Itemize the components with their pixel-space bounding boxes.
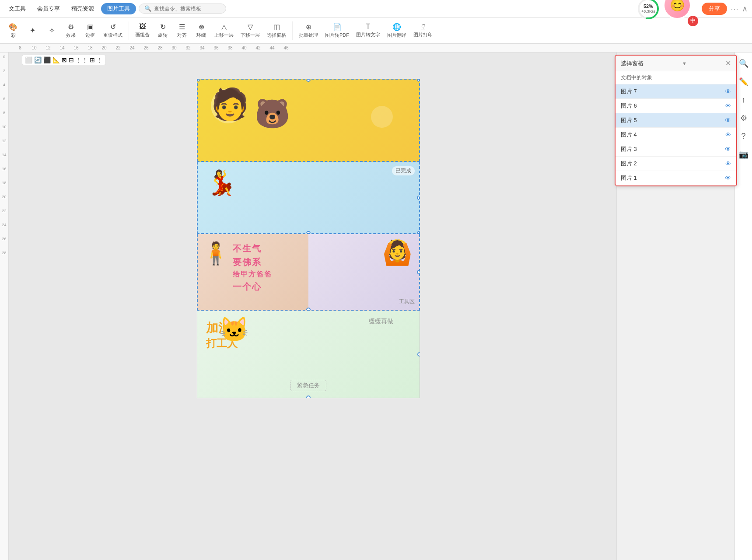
handle-bot-mid-2[interactable]	[306, 231, 311, 234]
batch-tool[interactable]: ⊕ 批量处理	[296, 21, 321, 40]
movedown-icon: ▽	[248, 23, 253, 31]
search-bar[interactable]: 🔍	[139, 4, 226, 14]
right-area: 选择窗格 ▼ ✕ 文档中的对象 图片 7 👁 图片 6 👁 图片 5 👁 图片 …	[616, 52, 752, 560]
selection-item-2[interactable]: 图片 2 👁	[616, 157, 736, 171]
ft-icon2[interactable]: 🔄	[34, 56, 42, 63]
tool-group-format: 🎨 彩 ✦ ✧ ⚙ 效果 ▣ 边框 ↺ 重设样式	[4, 21, 129, 40]
ft-icon5[interactable]: ⊠	[62, 56, 67, 63]
selection-panel-title: 选择窗格	[621, 60, 644, 67]
totext-tool[interactable]: T 图片转文字	[353, 21, 383, 39]
menu-imagetools[interactable]: 图片工具	[101, 3, 136, 14]
selection-item-5[interactable]: 图片 5 👁	[616, 113, 736, 128]
panel-close-button[interactable]: ✕	[725, 59, 731, 67]
movedown-tool[interactable]: ▽ 下移一层	[238, 21, 262, 40]
translate-tool[interactable]: 🌐 图片翻译	[385, 21, 409, 40]
more-icon[interactable]: ⋯	[731, 4, 738, 14]
spot2	[371, 106, 393, 128]
panel-1[interactable]: 🧑 🐻 ↻	[197, 79, 420, 162]
item-2-label: 图片 2	[621, 160, 637, 168]
effect-tool[interactable]: ⚙ 效果	[62, 21, 80, 40]
align-tool[interactable]: ☰ 对齐	[173, 21, 191, 40]
avatar-area: 😊 中	[663, 0, 698, 26]
rt-search-btn[interactable]: 🔍	[737, 57, 750, 70]
handle-top-right-1[interactable]	[417, 79, 420, 82]
handle-bm-4[interactable]	[306, 396, 311, 398]
item-2-eye[interactable]: 👁	[725, 160, 731, 167]
canvas-content: 🧑 🐻 ↻ 已完成 💃	[197, 79, 429, 398]
floating-toolbar: ⬜ 🔄 ⬛ 📐 ⊠ ⊟ ⋮⋮ ⊞ ⋮	[22, 55, 106, 65]
panel-dropdown-icon[interactable]: ▼	[682, 61, 687, 66]
rt-filter-btn[interactable]: ⚙	[738, 112, 749, 125]
expand-icon[interactable]: ∧	[742, 4, 748, 14]
menu-daoke[interactable]: 稻壳资源	[67, 3, 98, 14]
ft-icon3[interactable]: ⬛	[43, 56, 51, 63]
progress-circle: 52% +0.3K/s	[637, 0, 660, 20]
handle-right-mid-2[interactable]	[417, 196, 420, 200]
select-pane-tool[interactable]: ◫ 选择窗格	[264, 21, 289, 40]
item-4-label: 图片 4	[621, 131, 637, 139]
ft-icon4[interactable]: 📐	[52, 56, 60, 63]
item-7-eye[interactable]: 👁	[725, 88, 731, 95]
ft-icon1[interactable]: ⬜	[25, 56, 32, 63]
tag-wancheng: 已完成	[392, 166, 415, 175]
handle-rm-4[interactable]	[417, 352, 420, 357]
print-tool[interactable]: 🖨 图片打印	[411, 21, 435, 39]
star2-icon: ✧	[49, 26, 55, 35]
search-input[interactable]	[154, 6, 220, 12]
topdf-tool[interactable]: 📄 图片转PDF	[322, 21, 352, 40]
item-4-eye[interactable]: 👁	[725, 131, 731, 138]
selection-panel-header: 选择窗格 ▼ ✕	[616, 56, 736, 71]
item-3-eye[interactable]: 👁	[725, 146, 731, 153]
tag-huanhuan: 缓缓再做	[369, 318, 393, 326]
image-group-tool[interactable]: 🖼 画组合	[133, 21, 152, 39]
star2-tool[interactable]: ✧	[43, 25, 60, 36]
ft-icon8[interactable]: ⊞	[90, 56, 95, 63]
selection-item-7[interactable]: 图片 7 👁	[616, 84, 736, 99]
handle-top-mid-1[interactable]	[306, 79, 311, 82]
menu-wentools[interactable]: 文工具	[4, 3, 30, 14]
right-toolbar: 🔍 ✏️ ↑ ⚙ ? 📷	[735, 52, 752, 560]
ft-icon6[interactable]: ⊟	[69, 56, 74, 63]
moveup-tool[interactable]: △ 上移一层	[212, 21, 236, 40]
item-5-label: 图片 5	[621, 116, 637, 124]
color-tool[interactable]: 🎨 彩	[4, 21, 22, 40]
tag-jirenwu: 紧急任务	[290, 380, 326, 391]
star1-tool[interactable]: ✦	[24, 25, 41, 36]
wrap-tool[interactable]: ⊛ 环绕	[192, 21, 210, 40]
rotate-tool[interactable]: ↻ 旋转	[154, 21, 171, 40]
selection-item-4[interactable]: 图片 4 👁	[616, 128, 736, 142]
item-1-label: 图片 1	[621, 174, 637, 182]
item-6-label: 图片 6	[621, 102, 637, 110]
panel-3[interactable]: 不生气 要佛系 给甲方爸爸 一个心 工具区 🧍 🙆 ↻	[197, 234, 420, 311]
handle-top-left-1[interactable]	[197, 79, 200, 82]
selection-item-1[interactable]: 图片 1 👁	[616, 171, 736, 186]
rt-pen-btn[interactable]: ✏️	[737, 75, 750, 88]
ft-icon7[interactable]: ⋮⋮	[76, 56, 88, 63]
border-tool[interactable]: ▣ 边框	[81, 21, 99, 40]
ft-icon9[interactable]: ⋮	[97, 56, 103, 63]
handle-bm-3[interactable]	[306, 308, 311, 311]
handle-rm-3[interactable]	[417, 270, 420, 274]
panel-2[interactable]: 已完成 💃	[197, 162, 420, 234]
reset-tool[interactable]: ↺ 重设样式	[101, 21, 125, 40]
item-6-eye[interactable]: 👁	[725, 102, 731, 109]
canvas-area[interactable]: ⬜ 🔄 ⬛ 📐 ⊠ ⊟ ⋮⋮ ⊞ ⋮ 🧑 🐻 ↻	[9, 52, 616, 560]
panel-4[interactable]: 加油！ 打工人 🐱 缓缓再做 紧急任务	[197, 311, 420, 398]
selection-item-3[interactable]: 图片 3 👁	[616, 142, 736, 157]
rt-help-btn[interactable]: ?	[739, 130, 747, 143]
item-5-eye[interactable]: 👁	[725, 117, 731, 124]
rt-arrow-btn[interactable]: ↑	[740, 94, 747, 106]
share-button[interactable]: 分享	[702, 3, 727, 15]
effect-icon: ⚙	[68, 23, 74, 31]
batch-icon: ⊕	[306, 23, 311, 31]
progress-percent: 52%	[641, 4, 655, 9]
item-1-eye[interactable]: 👁	[725, 175, 731, 182]
selection-item-6[interactable]: 图片 6 👁	[616, 99, 736, 113]
handle-br-2[interactable]	[417, 231, 420, 234]
main-area: 0 2 4 6 8 10 12 14 16 18 20 22 24 26 28 …	[0, 52, 752, 560]
color-icon: 🎨	[9, 23, 17, 31]
menu-vip[interactable]: 会员专享	[33, 3, 64, 14]
selection-panel: 选择窗格 ▼ ✕ 文档中的对象 图片 7 👁 图片 6 👁 图片 5 👁 图片 …	[615, 55, 737, 186]
wrap-icon: ⊛	[199, 23, 204, 31]
rt-camera-btn[interactable]: 📷	[737, 148, 750, 161]
